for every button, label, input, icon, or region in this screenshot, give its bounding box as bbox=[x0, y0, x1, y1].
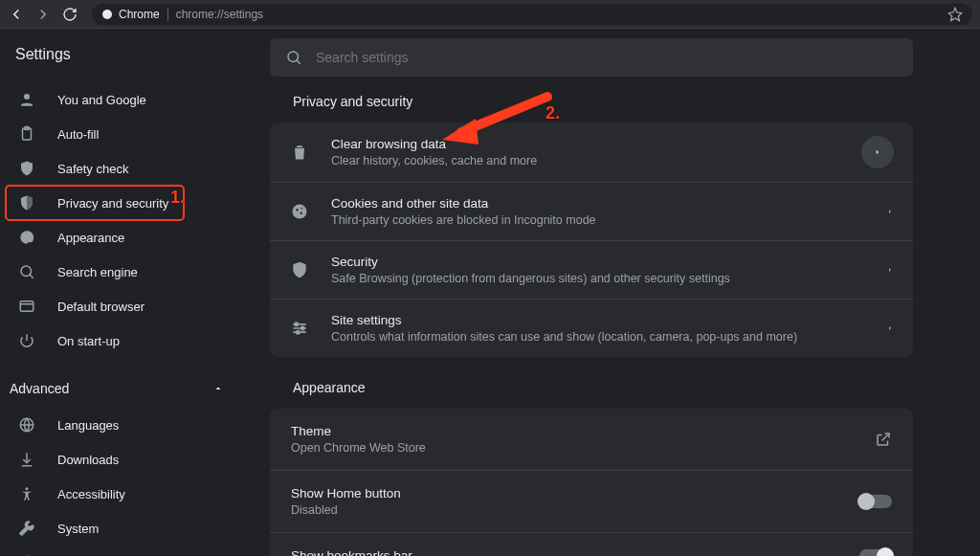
divider bbox=[167, 8, 168, 21]
search-input[interactable] bbox=[316, 50, 898, 65]
main-content: Privacy and security Clear browsing data… bbox=[241, 29, 980, 556]
row-clear-browsing-data[interactable]: Clear browsing data Clear history, cooki… bbox=[270, 122, 913, 182]
svg-point-0 bbox=[102, 10, 112, 19]
sidebar-item-privacy-security[interactable]: Privacy and security bbox=[6, 186, 184, 220]
svg-point-9 bbox=[293, 205, 307, 219]
trash-icon bbox=[289, 142, 310, 163]
row-subtitle: Clear history, cookies, cache and more bbox=[331, 154, 840, 167]
sidebar-item-label: Downloads bbox=[57, 453, 119, 467]
sidebar-item-accessibility[interactable]: Accessibility bbox=[0, 477, 230, 511]
row-title: Site settings bbox=[331, 313, 865, 327]
svg-point-13 bbox=[295, 322, 298, 325]
svg-point-7 bbox=[26, 487, 29, 490]
sidebar-advanced-toggle[interactable]: Advanced bbox=[0, 369, 241, 408]
sidebar-item-system[interactable]: System bbox=[0, 511, 230, 545]
power-icon bbox=[17, 331, 36, 350]
sidebar-item-label: On start-up bbox=[57, 334, 120, 348]
row-subtitle: Safe Browsing (protection from dangerous… bbox=[331, 272, 865, 285]
row-show-home-button[interactable]: Show Home button Disabled bbox=[270, 470, 913, 532]
row-subtitle: Disabled bbox=[291, 503, 838, 517]
clipboard-icon bbox=[17, 124, 36, 144]
shield-check-icon bbox=[17, 159, 36, 178]
sidebar-item-label: Appearance bbox=[57, 231, 124, 245]
row-theme[interactable]: Theme Open Chrome Web Store bbox=[270, 409, 913, 470]
svg-point-4 bbox=[21, 266, 32, 277]
globe-icon bbox=[17, 415, 36, 434]
row-title: Clear browsing data bbox=[331, 137, 840, 151]
reload-button[interactable] bbox=[61, 6, 78, 23]
row-title: Security bbox=[331, 255, 865, 269]
sidebar-item-on-startup[interactable]: On start-up bbox=[0, 323, 230, 358]
row-title: Cookies and other site data bbox=[331, 196, 865, 211]
svg-point-12 bbox=[301, 208, 303, 210]
svg-point-1 bbox=[24, 94, 30, 100]
row-title: Show Home button bbox=[291, 486, 838, 500]
row-title: Show bookmarks bar bbox=[291, 548, 838, 556]
open-external-icon bbox=[875, 431, 892, 448]
svg-point-15 bbox=[297, 331, 300, 334]
omnibox-url: chrome://settings bbox=[176, 8, 263, 21]
svg-point-10 bbox=[296, 209, 299, 211]
browser-icon bbox=[17, 297, 36, 316]
sidebar: Settings You and Google Auto-fill Safety… bbox=[0, 29, 241, 556]
sidebar-item-languages[interactable]: Languages bbox=[0, 408, 230, 442]
sidebar-item-label: Languages bbox=[57, 418, 119, 433]
page-title: Settings bbox=[0, 46, 241, 82]
search-icon bbox=[285, 49, 302, 66]
person-icon bbox=[17, 90, 36, 109]
row-subtitle: Open Chrome Web Store bbox=[291, 441, 854, 455]
row-site-settings[interactable]: Site settings Controls what information … bbox=[270, 299, 913, 357]
appearance-card: Theme Open Chrome Web Store Show Home bu… bbox=[270, 409, 913, 556]
bookmark-star-icon[interactable] bbox=[947, 7, 963, 22]
omnibox[interactable]: Chrome chrome://settings bbox=[92, 4, 972, 25]
sidebar-item-label: Auto-fill bbox=[57, 127, 99, 142]
shield-icon bbox=[17, 193, 36, 212]
svg-point-11 bbox=[300, 211, 302, 214]
forward-button[interactable] bbox=[34, 6, 52, 23]
sidebar-item-appearance[interactable]: Appearance bbox=[0, 220, 230, 255]
sliders-icon bbox=[289, 318, 310, 339]
sidebar-item-label: System bbox=[57, 522, 99, 536]
omnibox-origin: Chrome bbox=[101, 8, 160, 21]
advanced-label: Advanced bbox=[10, 381, 69, 396]
chevron-right-icon bbox=[886, 206, 894, 217]
back-button[interactable] bbox=[8, 6, 25, 23]
sidebar-item-label: Privacy and security bbox=[57, 196, 168, 211]
sidebar-item-label: Accessibility bbox=[57, 487, 125, 501]
sidebar-item-autofill[interactable]: Auto-fill bbox=[0, 117, 230, 151]
sidebar-item-label: Safety check bbox=[57, 162, 128, 176]
sidebar-item-label: Search engine bbox=[57, 265, 138, 279]
row-show-bookmarks-bar[interactable]: Show bookmarks bar bbox=[270, 532, 913, 556]
row-subtitle: Controls what information sites can use … bbox=[331, 330, 865, 344]
row-subtitle: Third-party cookies are blocked in Incog… bbox=[331, 213, 865, 227]
row-title: Theme bbox=[291, 424, 854, 438]
row-cookies[interactable]: Cookies and other site data Third-party … bbox=[270, 182, 913, 240]
svg-rect-5 bbox=[20, 301, 33, 312]
shield-icon bbox=[289, 259, 310, 280]
svg-point-14 bbox=[301, 326, 304, 329]
sidebar-item-label: You and Google bbox=[57, 93, 146, 107]
sidebar-item-default-browser[interactable]: Default browser bbox=[0, 289, 230, 323]
cookie-icon bbox=[289, 201, 310, 222]
row-security[interactable]: Security Safe Browsing (protection from … bbox=[270, 240, 913, 299]
svg-point-8 bbox=[288, 52, 299, 62]
sidebar-item-label: Default browser bbox=[57, 300, 145, 314]
search-icon bbox=[17, 262, 36, 281]
toggle-home-button[interactable] bbox=[859, 495, 892, 508]
chevron-right-icon bbox=[861, 136, 894, 168]
browser-toolbar: Chrome chrome://settings bbox=[0, 0, 980, 29]
chevron-up-icon bbox=[212, 383, 224, 394]
sidebar-item-safety-check[interactable]: Safety check bbox=[0, 151, 230, 186]
sidebar-item-downloads[interactable]: Downloads bbox=[0, 442, 230, 477]
sidebar-item-search-engine[interactable]: Search engine bbox=[0, 255, 230, 289]
download-icon bbox=[17, 450, 36, 469]
sidebar-item-reset-settings[interactable]: Reset settings bbox=[0, 545, 230, 556]
search-settings[interactable] bbox=[270, 38, 913, 77]
toggle-bookmarks-bar[interactable] bbox=[859, 549, 892, 557]
accessibility-icon bbox=[17, 484, 36, 503]
section-title-appearance: Appearance bbox=[293, 380, 913, 395]
section-title-privacy: Privacy and security bbox=[293, 94, 913, 109]
privacy-card: Clear browsing data Clear history, cooki… bbox=[270, 122, 913, 357]
sidebar-item-you-and-google[interactable]: You and Google bbox=[0, 82, 230, 117]
chevron-right-icon bbox=[886, 322, 894, 334]
